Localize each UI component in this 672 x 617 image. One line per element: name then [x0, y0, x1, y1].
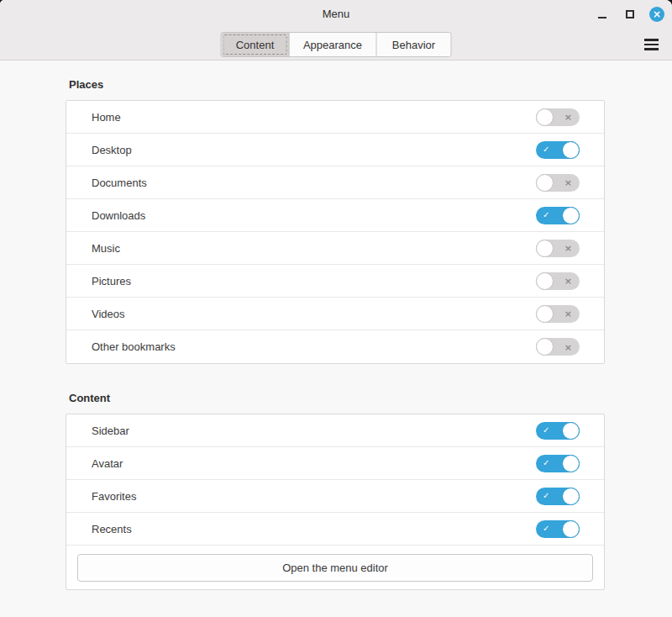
switch-knob — [536, 174, 554, 192]
hamburger-icon — [644, 39, 659, 41]
check-icon: ✓ — [543, 525, 549, 533]
row-label: Documents — [92, 177, 536, 189]
toggle-switch-sidebar[interactable]: ✓ × — [536, 422, 580, 440]
tab-switcher: Content Appearance Behavior — [221, 32, 452, 57]
switch-knob — [562, 141, 580, 159]
minimize-button[interactable] — [594, 6, 611, 23]
switch-knob — [536, 338, 554, 356]
tab-content[interactable]: Content — [222, 33, 290, 56]
toggle-switch-recents[interactable]: ✓ × — [536, 520, 580, 538]
check-icon: ✓ — [543, 459, 549, 467]
row-label: Videos — [92, 308, 536, 320]
switch-knob — [562, 422, 580, 440]
row-videos: Videos ✓ × — [66, 298, 604, 330]
tab-behavior[interactable]: Behavior — [377, 33, 451, 56]
tab-appearance[interactable]: Appearance — [290, 33, 377, 56]
toggle-switch-music[interactable]: ✓ × — [536, 240, 580, 257]
row-documents: Documents ✓ × — [66, 166, 604, 199]
cross-icon: × — [564, 244, 572, 253]
places-card: Home ✓ × Desktop ✓ × Documents ✓ — [66, 100, 605, 364]
content-card: Sidebar ✓ × Avatar ✓ × Favorites ✓ — [66, 414, 605, 590]
row-label: Other bookmarks — [92, 340, 536, 353]
cross-icon: × — [564, 277, 572, 286]
minimize-icon — [598, 17, 606, 18]
switch-knob — [562, 488, 580, 505]
maximize-button[interactable] — [622, 6, 638, 23]
toggle-switch-documents[interactable]: ✓ × — [536, 174, 580, 192]
row-avatar: Avatar ✓ × — [66, 447, 604, 480]
toggle-switch-home[interactable]: ✓ × — [536, 108, 580, 126]
row-music: Music ✓ × — [66, 232, 604, 265]
row-favorites: Favorites ✓ × — [66, 480, 604, 513]
row-label: Home — [92, 111, 536, 124]
toggle-switch-videos[interactable]: ✓ × — [536, 305, 580, 323]
section-title-places: Places — [69, 78, 605, 91]
row-other-bookmarks: Other bookmarks ✓ × — [66, 330, 604, 363]
cross-icon: × — [564, 309, 572, 319]
menu-editor-row: Open the menu editor — [66, 546, 604, 589]
window-controls: × — [594, 0, 664, 28]
row-label: Music — [92, 242, 536, 255]
row-recents: Recents ✓ × — [66, 513, 604, 546]
toggle-switch-avatar[interactable]: ✓ × — [536, 455, 580, 472]
cross-icon: × — [564, 178, 572, 187]
switch-knob — [536, 272, 554, 290]
section-title-content: Content — [69, 392, 605, 404]
toggle-switch-downloads[interactable]: ✓ × — [536, 207, 580, 224]
close-button[interactable]: × — [649, 7, 664, 22]
toggle-switch-favorites[interactable]: ✓ × — [536, 488, 580, 505]
switch-knob — [562, 207, 580, 224]
toggle-switch-desktop[interactable]: ✓ × — [536, 141, 580, 159]
window-header: Menu × Content Appearance Behavior — [0, 0, 672, 61]
switch-knob — [562, 520, 580, 538]
check-icon: ✓ — [543, 426, 549, 435]
open-menu-editor-button[interactable]: Open the menu editor — [77, 554, 593, 582]
switch-knob — [562, 455, 580, 472]
check-icon: ✓ — [543, 492, 549, 500]
settings-window: Menu × Content Appearance Behavior Place… — [0, 0, 672, 617]
row-label: Desktop — [92, 144, 536, 156]
switch-knob — [536, 240, 554, 257]
row-downloads: Downloads ✓ × — [66, 199, 604, 232]
toggle-switch-other-bookmarks[interactable]: ✓ × — [536, 338, 580, 356]
window-title: Menu — [323, 8, 350, 20]
row-label: Avatar — [92, 457, 536, 470]
check-icon: ✓ — [543, 145, 549, 154]
settings-content: Places Home ✓ × Desktop ✓ × Docume — [0, 78, 672, 590]
cross-icon: × — [564, 113, 572, 122]
row-desktop: Desktop ✓ × — [66, 134, 604, 166]
row-label: Pictures — [92, 275, 536, 287]
switch-knob — [536, 305, 554, 323]
row-label: Recents — [92, 523, 536, 535]
titlebar[interactable]: Menu × — [0, 0, 672, 28]
toggle-switch-pictures[interactable]: ✓ × — [536, 272, 580, 290]
close-icon: × — [653, 9, 661, 19]
row-pictures: Pictures ✓ × — [66, 265, 604, 298]
hamburger-menu-button[interactable] — [643, 32, 659, 57]
row-label: Favorites — [92, 490, 536, 503]
row-sidebar: Sidebar ✓ × — [66, 414, 604, 447]
switch-knob — [536, 108, 554, 126]
maximize-icon — [626, 10, 634, 18]
row-label: Sidebar — [92, 425, 536, 437]
cross-icon: × — [564, 342, 572, 351]
row-label: Downloads — [92, 209, 536, 222]
row-home: Home ✓ × — [66, 101, 604, 134]
check-icon: ✓ — [543, 211, 549, 219]
